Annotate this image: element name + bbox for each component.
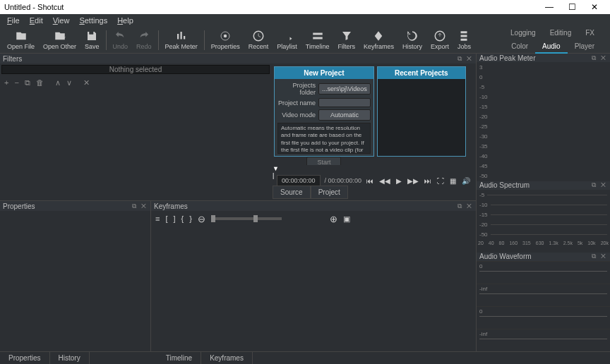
title-bar: Untitled - Shotcut — ☐ ✕: [0, 0, 610, 14]
waveform-area: 0 -inf 0 -inf: [477, 261, 610, 351]
skip-prev-icon[interactable]: ⏮: [366, 177, 373, 185]
playlist-button[interactable]: Playlist: [273, 30, 301, 50]
project-name-input[interactable]: [318, 98, 371, 107]
kf-zoom-fit-icon[interactable]: ▣: [343, 214, 350, 224]
bottom-tab-timeline[interactable]: Timeline: [157, 352, 201, 364]
kf-set-in-icon[interactable]: [: [165, 214, 167, 223]
window-title: Untitled - Shotcut: [4, 3, 538, 11]
video-mode-select[interactable]: Automatic: [318, 109, 371, 121]
menu-edit[interactable]: Edit: [25, 15, 47, 26]
total-time: / 00:00:00:00: [325, 177, 362, 184]
filters-preview: Nothing selected: [1, 65, 270, 74]
peak-meter-dock-controls[interactable]: ⧉ ✕: [592, 54, 607, 62]
player-area: ▼| 00:00:00:00 / 00:00:00:00 ⏮ ◀◀ ▶ ▶▶ ⏭…: [273, 165, 474, 199]
kf-zoom-in-icon[interactable]: ⊕: [330, 214, 337, 224]
current-time[interactable]: 00:00:00:00: [277, 175, 321, 186]
tab-editing[interactable]: Editing: [543, 27, 579, 39]
export-button[interactable]: Export: [426, 30, 453, 50]
bottom-tabs: Properties History Timeline Keyframes: [0, 351, 610, 364]
play-icon[interactable]: ▶: [396, 177, 402, 185]
peak-meter-scale: 3 0 -5 -10 -15 -20 -25 -30 -35 -40 -45 -…: [477, 62, 610, 181]
recent-button[interactable]: Recent: [244, 30, 273, 50]
keyframes-header: Keyframes ⧉ ✕: [151, 201, 476, 211]
filters-empty-text: Nothing selected: [109, 66, 162, 73]
fast-forward-icon[interactable]: ▶▶: [407, 177, 419, 185]
menu-help[interactable]: Help: [113, 15, 138, 26]
add-filter-icon[interactable]: +: [4, 78, 8, 87]
minimize-button[interactable]: —: [538, 0, 561, 14]
layout-tabs: Logging Editing FX Color Audio Player: [503, 27, 607, 54]
peak-meter-button[interactable]: Peak Meter: [161, 30, 202, 50]
waveform-dock-controls[interactable]: ⧉ ✕: [592, 253, 607, 260]
menu-file[interactable]: File: [3, 15, 24, 26]
kf-set-out-icon[interactable]: ]: [173, 214, 175, 223]
grid-icon[interactable]: ▦: [450, 177, 456, 185]
svg-point-0: [224, 35, 227, 38]
tab-logging[interactable]: Logging: [503, 27, 543, 39]
save-button[interactable]: Save: [80, 30, 104, 50]
bottom-tab-keyframes[interactable]: Keyframes: [201, 352, 253, 364]
copy-filter-icon[interactable]: ⧉: [25, 78, 30, 87]
spectrum-area: -5 -10 -15 -20 -50 204080 160315630 1.3k…: [477, 190, 610, 253]
close-button[interactable]: ✕: [583, 0, 606, 14]
projects-folder-button[interactable]: ...sers\pj\Videos: [318, 83, 371, 95]
filters-dock-controls[interactable]: ⧉ ✕: [458, 55, 473, 63]
zoom-fit-icon[interactable]: ⛶: [437, 177, 444, 185]
kf-last-icon[interactable]: }: [189, 214, 192, 223]
jobs-button[interactable]: Jobs: [453, 30, 475, 50]
recent-projects-title: Recent Projects: [378, 67, 465, 79]
tab-fx[interactable]: FX: [578, 27, 602, 39]
bottom-tab-properties[interactable]: Properties: [0, 352, 50, 364]
skip-next-icon[interactable]: ⏭: [424, 177, 431, 185]
maximize-button[interactable]: ☐: [561, 0, 583, 14]
waveform-header: Audio Waveform ⧉ ✕: [477, 253, 610, 261]
undo-button[interactable]: Undo: [109, 30, 133, 50]
menu-view[interactable]: View: [49, 15, 74, 26]
kf-zoom-out-icon[interactable]: ⊖: [198, 214, 205, 224]
paste-filter-icon[interactable]: 🗑: [36, 78, 44, 87]
move-up-icon[interactable]: ∧: [55, 78, 61, 87]
volume-icon[interactable]: 🔊: [462, 177, 470, 185]
spectrum-dock-controls[interactable]: ⧉ ✕: [592, 181, 607, 189]
filters-header: Filters ⧉ ✕: [0, 54, 476, 63]
history-button[interactable]: History: [398, 30, 426, 50]
keyframes-dock-controls[interactable]: ⧉ ✕: [458, 202, 473, 210]
deselect-icon[interactable]: ✕: [83, 78, 90, 87]
move-down-icon[interactable]: ∨: [66, 78, 72, 87]
spectrum-header: Audio Spectrum ⧉ ✕: [477, 181, 610, 190]
keyframes-button[interactable]: Keyframes: [359, 30, 398, 50]
menu-bar: File Edit View Settings Help: [0, 14, 610, 27]
player-tab-source[interactable]: Source: [273, 186, 311, 199]
properties-dock-controls[interactable]: ⧉ ✕: [132, 202, 148, 210]
open-file-button[interactable]: Open File: [3, 30, 39, 50]
filters-button[interactable]: Filters: [333, 30, 359, 50]
main-toolbar: Open File Open Other Save Undo Redo Peak…: [0, 27, 610, 54]
open-other-button[interactable]: Open Other: [39, 30, 80, 50]
filters-toolbar: + − ⧉ 🗑 ∧ ∨ ✕: [0, 75, 271, 90]
recent-projects-panel: Recent Projects: [377, 66, 466, 157]
rewind-icon[interactable]: ◀◀: [379, 177, 390, 185]
timeline-button[interactable]: Timeline: [301, 30, 334, 50]
properties-header: Properties ⧉ ✕: [0, 201, 150, 211]
peak-meter-header: Audio Peak Meter ⧉ ✕: [477, 54, 610, 62]
redo-button[interactable]: Redo: [132, 30, 156, 50]
tab-color[interactable]: Color: [504, 40, 535, 54]
player-tab-project[interactable]: Project: [311, 186, 348, 199]
video-mode-description: Automatic means the resolution and frame…: [277, 123, 371, 154]
kf-first-icon[interactable]: {: [181, 214, 184, 223]
new-project-panel: New Project Projects folder...sers\pj\Vi…: [274, 66, 374, 157]
remove-filter-icon[interactable]: −: [14, 78, 18, 87]
tab-player[interactable]: Player: [568, 40, 602, 54]
kf-zoom-slider[interactable]: [211, 217, 282, 220]
new-project-title: New Project: [275, 67, 373, 79]
bottom-tab-history[interactable]: History: [50, 352, 90, 364]
menu-settings[interactable]: Settings: [75, 15, 112, 26]
properties-button[interactable]: Properties: [207, 30, 244, 50]
tab-audio[interactable]: Audio: [535, 40, 568, 54]
kf-menu-icon[interactable]: ≡: [155, 214, 160, 223]
